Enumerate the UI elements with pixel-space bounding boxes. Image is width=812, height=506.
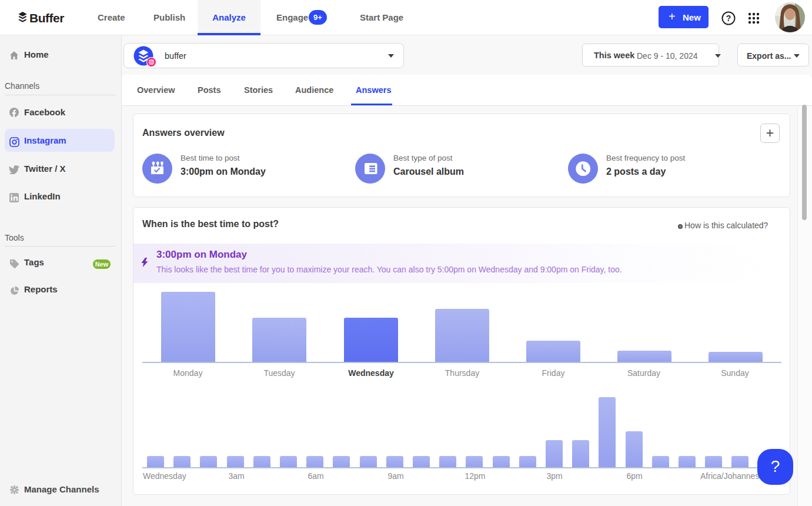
svg-text:?: ? bbox=[726, 14, 731, 23]
